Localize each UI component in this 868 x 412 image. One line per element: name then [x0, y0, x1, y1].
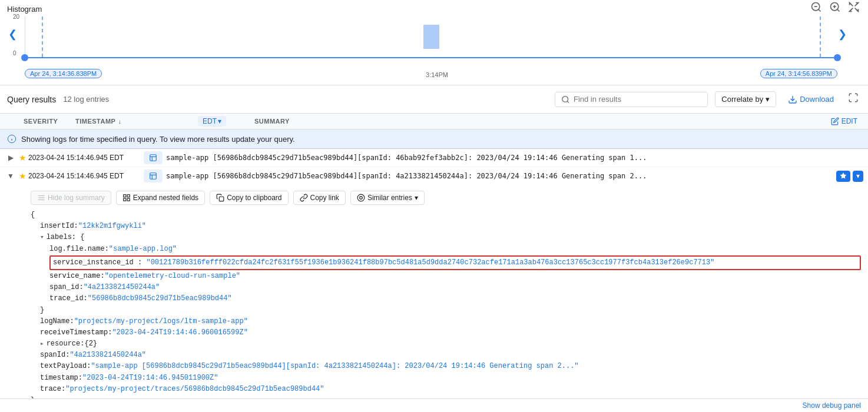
- svg-rect-28: [127, 198, 130, 201]
- pin-icon: [840, 172, 847, 179]
- expand-nested-icon: [122, 194, 131, 202]
- log-row-1-timestamp: 2023-04-24 15:14:46.945 EDT: [28, 154, 140, 162]
- find-results-container: [555, 92, 708, 107]
- time-label-left: Apr 24, 3:14:36.838PM: [25, 69, 102, 78]
- col-summary-header: SUMMARY: [254, 118, 823, 125]
- time-label-mid: 3:14PM: [426, 71, 448, 78]
- expand-nested-button[interactable]: Expand nested fields: [116, 191, 205, 205]
- json-textpayload: textPayload : "sample-app [56986b8dcb984…: [31, 361, 861, 372]
- download-icon: [788, 95, 797, 104]
- col-timestamp-header[interactable]: TIMESTAMP ↓: [75, 118, 193, 125]
- hide-summary-icon: [37, 194, 45, 202]
- svg-line-1: [819, 9, 821, 12]
- find-results-input[interactable]: [574, 95, 701, 104]
- col-severity-header: SEVERITY: [24, 118, 71, 125]
- y-min-label: 0: [13, 50, 16, 57]
- link-icon: [300, 194, 308, 202]
- json-resource: ▸ resource : {2}: [31, 338, 861, 350]
- expand-row-1-button[interactable]: ▶: [5, 152, 16, 164]
- log-icon-1: [149, 154, 157, 162]
- json-timestamp: timestamp : "2023-04-24T19:14:46.9450119…: [31, 373, 861, 384]
- svg-line-9: [850, 8, 853, 12]
- fullscreen-button[interactable]: [846, 90, 861, 108]
- svg-rect-17: [150, 155, 157, 161]
- edt-button[interactable]: EDT ▾: [198, 116, 226, 127]
- json-logfilename: log.file.name : "sample-app.log": [31, 244, 861, 255]
- svg-line-12: [567, 101, 569, 102]
- similar-entries-button[interactable]: Similar entries ▾: [350, 191, 425, 205]
- nav-right-button[interactable]: ❯: [838, 28, 847, 41]
- histogram-section: Histogram 20 0: [0, 0, 868, 85]
- log-row-2-main[interactable]: ▼ ★ 2023-04-24 15:14:46.945 EDT sample-a…: [0, 167, 868, 185]
- time-label-right: Apr 24, 3:14:56.839PM: [760, 69, 837, 78]
- timeline-handle-right[interactable]: [834, 54, 841, 61]
- clipboard-icon: [216, 194, 224, 202]
- svg-line-8: [855, 3, 859, 6]
- show-debug-panel-button[interactable]: Show debug panel: [803, 401, 861, 410]
- log-icon-button-1[interactable]: [144, 151, 163, 164]
- table-header: SEVERITY TIMESTAMP ↓ EDT ▾ SUMMARY EDIT: [0, 114, 868, 129]
- timeline-handle-left[interactable]: [21, 54, 28, 61]
- edit-button[interactable]: EDIT: [827, 116, 861, 127]
- log-icon-button-2[interactable]: [144, 170, 163, 182]
- log-row-2-text: sample-app [56986b8dcb9845c29d71b5eac989…: [166, 172, 836, 180]
- log-count: 12 log entries: [63, 95, 109, 104]
- log-detail: Hide log summary Expand nested fields Co…: [0, 185, 868, 398]
- download-button[interactable]: Download: [783, 92, 839, 107]
- svg-line-10: [855, 8, 859, 12]
- pin-dropdown-button[interactable]: ▾: [853, 171, 863, 182]
- svg-point-32: [360, 197, 363, 200]
- sort-arrow-icon: ↓: [118, 118, 121, 125]
- col-edt-container: EDT ▾: [198, 116, 226, 127]
- json-service-name: service_name : "opentelemetry-cloud-run-…: [31, 271, 861, 282]
- json-trace: trace : "projects/my-project/traces/5698…: [31, 384, 861, 395]
- resource-expand-icon[interactable]: ▸: [40, 339, 44, 350]
- debug-panel-area: Show debug panel: [0, 398, 868, 412]
- similar-chevron-icon: ▾: [415, 194, 418, 202]
- labels-expand-icon[interactable]: ▾: [40, 232, 44, 243]
- json-open-brace: {: [31, 210, 861, 221]
- expand-row-2-button[interactable]: ▼: [5, 170, 16, 182]
- json-service-instance-id: service_instance_id : "00121789b316fefff…: [31, 255, 861, 271]
- pin-area: ▾: [836, 171, 863, 182]
- json-receivetimestamp: receiveTimestamp : "2023-04-24T19:14:46.…: [31, 327, 861, 338]
- edt-chevron-icon: ▾: [218, 117, 221, 125]
- similar-icon: [357, 194, 365, 202]
- edit-pencil-icon: [831, 117, 839, 125]
- json-span-id: span_id : "4a2133821450244a": [31, 282, 861, 293]
- json-trace-id: trace_id : "56986b8dcb9845c29d71b5eac989…: [31, 293, 861, 304]
- svg-line-7: [850, 3, 853, 6]
- svg-point-11: [562, 96, 568, 102]
- fullscreen-icon: [848, 92, 859, 103]
- query-results-title: Query results: [7, 95, 56, 104]
- json-labels-close: }: [31, 305, 861, 316]
- query-results-header: Query results 12 log entries Correlate b…: [0, 85, 868, 114]
- log-rows: ▶ ★ 2023-04-24 15:14:46.945 EDT sample-a…: [0, 149, 868, 398]
- log-row-1[interactable]: ▶ ★ 2023-04-24 15:14:46.945 EDT sample-a…: [0, 149, 868, 167]
- log-row-2-timestamp: 2023-04-24 15:14:46.945 EDT: [28, 172, 140, 180]
- correlate-button[interactable]: Correlate by ▾: [715, 91, 776, 107]
- main-content: Query results 12 log entries Correlate b…: [0, 85, 868, 412]
- log-row: ▶ ★ 2023-04-24 15:14:46.945 EDT sample-a…: [0, 149, 868, 167]
- svg-rect-26: [123, 195, 125, 197]
- svg-rect-30: [219, 197, 224, 201]
- json-insertid: insertId: "12kk2m1fgwykli": [31, 221, 861, 232]
- chevron-down-icon: ▾: [766, 95, 770, 104]
- svg-rect-20: [150, 173, 157, 180]
- nav-left-button[interactable]: ❮: [8, 28, 17, 41]
- copy-to-clipboard-button[interactable]: Copy to clipboard: [210, 191, 288, 205]
- search-icon: [561, 95, 570, 104]
- svg-rect-29: [123, 198, 125, 201]
- svg-rect-27: [127, 195, 130, 197]
- copy-link-button[interactable]: Copy link: [293, 191, 346, 205]
- pin-button[interactable]: [836, 171, 850, 182]
- info-icon: [7, 134, 16, 144]
- hide-log-summary-button: Hide log summary: [31, 191, 111, 205]
- log-action-bar: Hide log summary Expand nested fields Co…: [31, 187, 861, 210]
- y-max-label: 20: [13, 14, 19, 20]
- json-view: { insertId: "12kk2m1fgwykli" ▾ labels: {…: [31, 210, 861, 398]
- json-labels-open: ▾ labels: {: [31, 232, 861, 243]
- log-row-1-text: sample-app [56986b8dcb9845c29d71b5eac989…: [166, 154, 863, 162]
- severity-star-icon-2: ★: [16, 170, 28, 182]
- info-banner: Showing logs for time specified in query…: [0, 129, 868, 149]
